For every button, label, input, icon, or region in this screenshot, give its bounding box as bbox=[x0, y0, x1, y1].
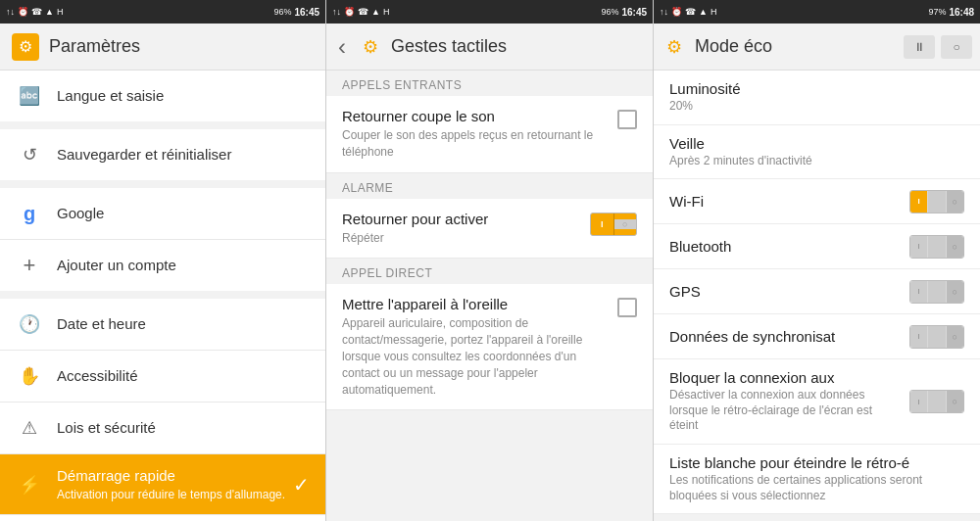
accessibility-title: Accessibilité bbox=[57, 366, 310, 386]
eco-brightness-sub: 20% bbox=[669, 99, 964, 115]
checkbox-ear[interactable] bbox=[617, 298, 637, 317]
settings-group-language: 🔤 Langue et saisie bbox=[0, 71, 325, 121]
eco-item-sleep[interactable]: Veille Après 2 minutes d'inactivité bbox=[654, 125, 980, 180]
wifi-icon: ▲ bbox=[45, 7, 54, 17]
gesture-list: APPELS ENTRANTS Retourner coupe le son C… bbox=[326, 71, 653, 521]
battery-text: 96% bbox=[273, 7, 291, 17]
eco-sleep-title: Veille bbox=[669, 135, 964, 152]
eco-bluetooth-title: Bluetooth bbox=[669, 238, 902, 255]
settings-item-backup[interactable]: ↺ Sauvegarder et réinitialiser bbox=[0, 129, 325, 180]
gesture-ear-control[interactable] bbox=[617, 296, 637, 317]
eco-gps-title: GPS bbox=[669, 283, 902, 300]
gear-icon-2: ⚙ bbox=[358, 34, 383, 60]
back-button[interactable]: ‹ bbox=[334, 29, 350, 65]
eco-item-brightness[interactable]: Luminosité 20% bbox=[654, 71, 980, 125]
eco-bluetooth-control[interactable]: I ○ bbox=[909, 235, 964, 259]
add-account-title: Ajouter un compte bbox=[57, 256, 310, 275]
eco-wifi-title: Wi-Fi bbox=[669, 193, 902, 210]
security-title: Lois et sécurité bbox=[57, 418, 310, 438]
add-account-icon: + bbox=[16, 252, 43, 279]
gesture-item-mute[interactable]: Retourner coupe le son Couper le son des… bbox=[326, 96, 653, 173]
settings-item-language[interactable]: 🔤 Langue et saisie bbox=[0, 71, 325, 121]
eco-item-block[interactable]: Bloquer la connexion aux Désactiver la c… bbox=[654, 359, 980, 445]
network-icon: H bbox=[57, 7, 64, 17]
backup-icon: ↺ bbox=[16, 141, 43, 168]
section-header-direct: APPEL DIRECT bbox=[326, 259, 653, 284]
toggle-seg-off: ○ bbox=[614, 219, 637, 229]
eco-whitelist-title: Liste blanche pour éteindre le rétro-é bbox=[669, 454, 964, 471]
toggle-sync-on: I bbox=[910, 326, 927, 348]
toggle-wifi-off: ○ bbox=[947, 191, 963, 213]
gesture-alarm-sub: Répéter bbox=[342, 230, 582, 247]
eco-sync-control[interactable]: I ○ bbox=[909, 325, 964, 349]
toggle-block[interactable]: I ○ bbox=[909, 390, 964, 413]
eco-item-gps[interactable]: GPS I ○ bbox=[654, 269, 980, 314]
settings-list: 🔤 Langue et saisie ↺ Sauvegarder et réin… bbox=[0, 71, 325, 521]
settings-icon: ⚙ bbox=[12, 33, 39, 61]
app-bar-1: ⚙ Paramètres bbox=[0, 24, 325, 71]
app-bar-3: ⚙ Mode éco ⏸ ○ bbox=[654, 24, 980, 71]
settings-item-google[interactable]: g Google bbox=[0, 188, 325, 240]
network-icon-2: H bbox=[383, 7, 390, 17]
eco-wifi-control[interactable]: I ○ bbox=[909, 190, 964, 213]
section-header-alarm: ALARME bbox=[326, 173, 653, 199]
gesture-item-ear[interactable]: Mettre l'appareil à l'oreille Appareil a… bbox=[326, 284, 653, 410]
eco-item-whitelist[interactable]: Liste blanche pour éteindre le rétro-é L… bbox=[654, 445, 980, 514]
page-title-1: Paramètres bbox=[49, 36, 140, 57]
call-icon: ☎ bbox=[31, 7, 42, 17]
gesture-mute-sub: Couper le son des appels reçus en retour… bbox=[342, 127, 610, 161]
checkbox-mute[interactable] bbox=[617, 110, 637, 129]
settings-item-about[interactable]: ℹ À propos du téléphone bbox=[0, 515, 325, 521]
mode-eco-controls: ⏸ ○ bbox=[904, 35, 972, 59]
gesture-ear-title: Mettre l'appareil à l'oreille bbox=[342, 296, 610, 312]
gesture-item-alarm[interactable]: Retourner pour activer Répéter I ○ bbox=[326, 199, 653, 260]
eco-sleep-sub: Après 2 minutes d'inactivité bbox=[669, 154, 964, 169]
alarm-icon-2: ⏰ bbox=[344, 7, 355, 17]
toggle-wifi[interactable]: I ○ bbox=[909, 190, 964, 213]
toggle-wifi-on: I bbox=[910, 191, 927, 213]
toggle-gps[interactable]: I ○ bbox=[909, 280, 964, 304]
pause-button[interactable]: ⏸ bbox=[904, 35, 935, 59]
toggle-sync-mid bbox=[928, 326, 945, 348]
settings-group-accounts: g Google + Ajouter un compte bbox=[0, 188, 325, 291]
status-icons-left-2: ↑↓ ⏰ ☎ ▲ H bbox=[332, 7, 389, 17]
accessibility-icon: ✋ bbox=[16, 362, 43, 390]
settings-group-backup: ↺ Sauvegarder et réinitialiser bbox=[0, 129, 325, 180]
settings-item-add-account[interactable]: + Ajouter un compte bbox=[0, 240, 325, 291]
toggle-seg-on: I bbox=[591, 219, 613, 229]
toggle-block-off: ○ bbox=[947, 391, 963, 412]
eco-item-wifi[interactable]: Wi-Fi I ○ bbox=[654, 179, 980, 224]
status-bar-3: ↑↓ ⏰ ☎ ▲ H 97% 16:48 bbox=[654, 0, 980, 24]
google-icon: g bbox=[16, 200, 43, 227]
gesture-mute-control[interactable] bbox=[617, 108, 637, 129]
settings-item-quickboot[interactable]: ⚡ Démarrage rapide Activation pour rédui… bbox=[0, 454, 325, 515]
gesture-ear-sub: Appareil auriculaire, composition de con… bbox=[342, 315, 610, 398]
eco-whitelist-sub: Les notifications de certaines applicati… bbox=[669, 473, 964, 503]
toggle-alarm[interactable]: I ○ bbox=[590, 213, 637, 236]
toggle-gps-on: I bbox=[910, 281, 927, 303]
toggle-gps-mid bbox=[928, 281, 945, 303]
toggle-bt-mid bbox=[928, 236, 945, 258]
eco-block-control[interactable]: I ○ bbox=[909, 390, 964, 413]
gesture-alarm-control[interactable]: I ○ bbox=[590, 211, 637, 236]
date-icon: 🕐 bbox=[16, 310, 43, 338]
toggle-sync[interactable]: I ○ bbox=[909, 325, 964, 349]
backup-title: Sauvegarder et réinitialiser bbox=[57, 145, 310, 165]
network-icon-3: H bbox=[710, 7, 717, 17]
eco-item-bluetooth[interactable]: Bluetooth I ○ bbox=[654, 224, 980, 269]
eco-gps-control[interactable]: I ○ bbox=[909, 280, 964, 304]
quickboot-icon: ⚡ bbox=[16, 471, 43, 498]
quickboot-subtitle: Activation pour réduire le temps d'allum… bbox=[57, 488, 293, 503]
eco-item-sync[interactable]: Données de synchronisat I ○ bbox=[654, 314, 980, 359]
settings-item-security[interactable]: ⚠ Lois et sécurité bbox=[0, 403, 325, 454]
status-bar-1: ↑↓ ⏰ ☎ ▲ H 96% 16:45 bbox=[0, 0, 325, 24]
settings-item-accessibility[interactable]: ✋ Accessibilité bbox=[0, 351, 325, 403]
eco-block-sub: Désactiver la connexion aux données lors… bbox=[669, 388, 902, 434]
circle-button[interactable]: ○ bbox=[941, 35, 972, 59]
quickboot-check: ✓ bbox=[293, 473, 310, 497]
status-icons-left: ↑↓ ⏰ ☎ ▲ H bbox=[6, 7, 63, 17]
toggle-bluetooth[interactable]: I ○ bbox=[909, 235, 964, 259]
settings-item-date[interactable]: 🕐 Date et heure bbox=[0, 299, 325, 351]
eco-settings-list: Luminosité 20% Veille Après 2 minutes d'… bbox=[654, 71, 980, 521]
eco-brightness-title: Luminosité bbox=[669, 80, 964, 97]
